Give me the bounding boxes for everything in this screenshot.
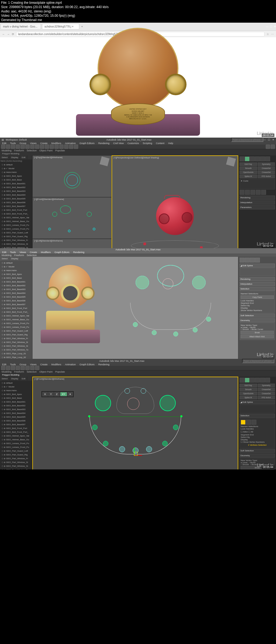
browser-min-icon[interactable]: — xyxy=(266,25,268,28)
new-tab-icon[interactable]: + xyxy=(80,25,85,28)
outliner-item[interactable]: GEO_Bolt_Base004 xyxy=(1,411,32,415)
viewport-front-full[interactable]: [+][Front][Standard][Wireframe] X Y Z XY… xyxy=(32,377,238,469)
outliner-item[interactable]: default xyxy=(1,261,32,265)
outliner-item[interactable]: GEO_Bolt_Front_Port_ xyxy=(1,212,32,216)
outliner-item[interactable]: GEO_Pipe_Loop_01 xyxy=(1,352,32,356)
cmd-modify-icon[interactable] xyxy=(245,156,250,161)
outliner-item[interactable]: GEO_Part_Guard_Left xyxy=(1,329,32,333)
outliner-item[interactable]: GEO_Bolt_Front_Port_ xyxy=(1,430,32,434)
viewcube-icon[interactable] xyxy=(226,157,236,167)
menu-rendering[interactable]: Rendering xyxy=(98,142,110,145)
menu-animation[interactable]: Animation xyxy=(65,142,76,145)
tb-move-icon[interactable] xyxy=(25,145,30,149)
menu-group[interactable]: Group xyxy=(20,142,26,145)
outliner-item[interactable]: GEO_Part_Window_Si xyxy=(1,464,32,468)
outliner-item[interactable]: ✓ Model xyxy=(1,265,32,269)
outliner-item[interactable]: GEO_Lenses_Front_Po xyxy=(1,325,32,329)
outliner-item[interactable]: GEO_Part_Guard_Left xyxy=(1,231,32,235)
outliner-item[interactable]: Helm:Helm xyxy=(1,389,32,393)
outliner-item[interactable]: GEO_Bolt_Base001 xyxy=(1,280,32,284)
outliner-item[interactable]: default xyxy=(1,163,32,167)
cmd-motion-icon[interactable] xyxy=(255,156,260,161)
cmd-hierarchy-icon[interactable] xyxy=(250,156,255,161)
menu-views[interactable]: Views xyxy=(30,142,37,145)
sb-tab-edit[interactable]: Edit xyxy=(20,155,27,159)
cmd-create-icon[interactable] xyxy=(240,156,244,161)
outliner-item[interactable]: GEO_Part_Guard_Rig xyxy=(1,453,32,457)
outliner-item[interactable]: GEO_Bolt_Base001 xyxy=(1,182,32,186)
pin-icon[interactable] xyxy=(240,190,244,195)
tb-render-icon[interactable] xyxy=(74,145,78,149)
cmd-splineik[interactable]: Spline IK xyxy=(240,175,257,178)
outliner-item[interactable]: GEO_Lenses_Front_Po xyxy=(1,223,32,227)
cmd-crease1[interactable]: CreaseSet xyxy=(258,166,275,170)
cmd-opensubdiv[interactable]: OpenSubdiv xyxy=(240,171,257,174)
viewport-top[interactable]: [+][Top][Standard][Wireframe] xyxy=(32,155,112,197)
menu-content[interactable]: Content xyxy=(156,142,164,145)
cmd-symmetry[interactable]: Symmetry xyxy=(258,162,275,166)
outliner-item[interactable]: GEO_Bolt_Base002 xyxy=(1,284,32,288)
workspace-label[interactable]: Workspace: Default xyxy=(6,138,27,141)
outliner-item[interactable]: GEO_Part_Window_To xyxy=(1,468,32,469)
viewport-perspective[interactable]: [+][Perspective][User Defined][Default S… xyxy=(112,155,238,248)
outliner-item[interactable]: GEO_Bolt_Base003 xyxy=(1,408,32,411)
cmd-utilities-icon[interactable] xyxy=(265,156,270,161)
outliner-item[interactable]: GEO_Part_Window_Fr xyxy=(1,457,32,461)
tb-mirror-icon[interactable] xyxy=(50,145,54,149)
menu-civil[interactable]: Civil View xyxy=(113,142,124,145)
outliner-item[interactable]: GEO_Bolt_Front_Port_ xyxy=(1,310,32,314)
outliner-item[interactable]: GEO_Bolt_Base005 xyxy=(1,197,32,201)
outliner-item[interactable]: GEO_Pipe_Loop_02 xyxy=(1,356,32,359)
viewport-left[interactable]: [+][Left][Standard][Wireframe] xyxy=(32,239,112,248)
outliner-item[interactable]: default xyxy=(1,381,32,385)
tb-align-icon[interactable] xyxy=(54,145,59,149)
outliner-item[interactable]: GEO_Bolt_Base007 xyxy=(1,205,32,208)
outliner-item[interactable]: GEO_Part_Window_Fr xyxy=(1,238,32,242)
tb-scale-icon[interactable] xyxy=(35,145,39,149)
tb-angle-icon[interactable] xyxy=(45,145,49,149)
tb-rotate-icon[interactable] xyxy=(30,145,34,149)
outliner-item[interactable]: GEO_Part_Guard_Left xyxy=(1,449,32,453)
cmd-editpoly[interactable]: Edit Poly xyxy=(240,162,257,166)
outliner-item[interactable]: GEO_Part_Window_Si xyxy=(1,246,32,248)
outliner-item[interactable]: GEO_Bolt_Base005 xyxy=(1,415,32,419)
sb-tab-display[interactable]: Display xyxy=(9,155,20,159)
outliner-item[interactable]: GEO_Bolt_Base xyxy=(1,276,32,280)
viewcube-icon[interactable] xyxy=(99,156,109,166)
tb-rendersetup-icon[interactable] xyxy=(266,145,270,149)
browser-tab-1[interactable]: mark v diving helmet - Goo... xyxy=(1,24,41,29)
vertex-subobj-icon[interactable] xyxy=(241,420,246,425)
outliner-item[interactable]: GEO_Bolt_Base003 xyxy=(1,189,32,193)
outliner-item[interactable]: GEO_Bolt_Base004 xyxy=(1,291,32,295)
modifier-stack[interactable]: ➤ Cube xyxy=(240,179,275,189)
axis-y-button[interactable]: Y xyxy=(48,392,54,396)
sb-header[interactable]: Name (Sorted Ascending) xyxy=(0,159,32,162)
menu-tools[interactable]: Tools xyxy=(10,142,16,145)
axis-z-button[interactable]: Z xyxy=(54,392,60,396)
tb-curve-icon[interactable] xyxy=(64,145,68,149)
outliner-item[interactable]: GEO_Bolt_Base006 xyxy=(1,419,32,423)
rollout-interpolation[interactable]: Interpolation xyxy=(240,200,275,205)
outliner-item[interactable]: GEO_Bolt_Base003 xyxy=(1,288,32,291)
outliner-item[interactable]: GEO_Bolt_Apex xyxy=(1,272,32,276)
sb-tab-select[interactable]: Select xyxy=(0,155,9,159)
tb-redo-icon[interactable] xyxy=(6,145,10,149)
axis-more-icon[interactable]: ▾ xyxy=(68,392,73,396)
outliner-item[interactable]: GEO_Bolt_Base xyxy=(1,396,32,400)
outliner-item[interactable]: GEO_Bolt_Base002 xyxy=(1,186,32,189)
back-icon[interactable]: ← xyxy=(2,33,5,36)
rollout-rendering[interactable]: Rendering xyxy=(240,196,275,200)
menu-customize[interactable]: Customize xyxy=(127,142,139,145)
segment-subobj-icon[interactable] xyxy=(246,420,251,425)
outliner-item[interactable]: GEO_Bolt_Base004 xyxy=(1,193,32,197)
menu-create[interactable]: Create xyxy=(40,142,47,145)
outliner-item[interactable]: GEO_Bolt_Base006 xyxy=(1,201,32,205)
outliner-item[interactable]: GEO_Part_Guard_Rig xyxy=(1,333,32,337)
cmd-crease2[interactable]: CreaseSet xyxy=(258,171,275,174)
tb-renderframe-icon[interactable] xyxy=(271,145,275,149)
outliner-item[interactable]: GEO_Bolt_Apex xyxy=(1,393,32,396)
outliner-item[interactable]: GEO_Part_Guard_Rig xyxy=(1,235,32,238)
outliner-item[interactable]: GEO_Bolt_Base007 xyxy=(1,423,32,427)
menu-grapheditors[interactable]: Graph Editors xyxy=(80,142,95,145)
forward-icon[interactable]: → xyxy=(7,33,10,36)
